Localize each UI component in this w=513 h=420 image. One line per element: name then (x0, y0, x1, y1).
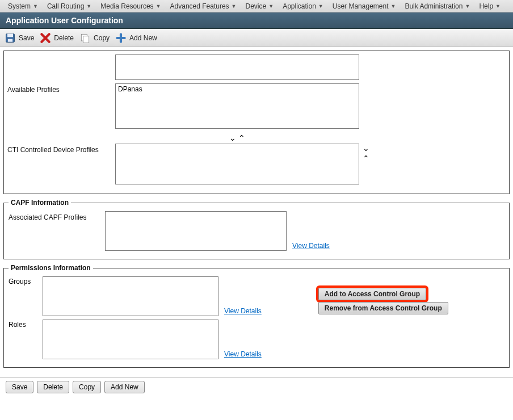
disk-icon (5, 32, 16, 44)
bottom-button-bar: Save Delete Copy Add New (0, 377, 513, 397)
roles-listbox[interactable] (43, 320, 218, 359)
menu-system-label: System (8, 2, 31, 10)
menu-advanced-features[interactable]: Advanced Features▼ (166, 1, 241, 11)
bottom-add-new-button[interactable]: Add New (104, 381, 145, 393)
bottom-save-button[interactable]: Save (6, 381, 33, 393)
remove-from-access-control-group-button[interactable]: Remove from Access Control Group (318, 302, 448, 314)
move-up-icon[interactable]: ⌃ (363, 154, 369, 163)
delete-button[interactable]: Delete (40, 32, 74, 44)
chevron-down-icon: ▼ (86, 3, 91, 9)
menu-call-routing[interactable]: Call Routing▼ (43, 1, 96, 11)
x-icon (40, 32, 51, 44)
svg-rect-4 (83, 36, 89, 43)
copy-icon (79, 32, 91, 44)
menu-user-management[interactable]: User Management▼ (328, 1, 401, 11)
move-down-icon[interactable]: ⌄ (363, 144, 369, 153)
capf-profiles-listbox[interactable] (105, 211, 287, 251)
menu-media-resources[interactable]: Media Resources▼ (96, 1, 165, 11)
capf-information-fieldset: CAPF Information Associated CAPF Profile… (3, 199, 510, 259)
menu-system[interactable]: System▼ (3, 1, 43, 11)
menu-advanced-features-label: Advanced Features (170, 2, 229, 10)
page-title: Application User Configuration (0, 12, 513, 29)
roles-label: Roles (9, 320, 43, 329)
save-button[interactable]: Save (5, 32, 34, 44)
groups-label: Groups (9, 276, 43, 285)
add-to-access-control-group-button[interactable]: Add to Access Control Group (318, 288, 426, 300)
menu-help-label: Help (479, 2, 493, 10)
svg-rect-1 (7, 33, 13, 37)
cti-profiles-label: CTI Controlled Device Profiles (7, 144, 115, 154)
chevron-down-icon: ▼ (390, 3, 396, 9)
list-item[interactable]: DPanas (118, 85, 356, 93)
add-new-button[interactable]: Add New (115, 32, 157, 44)
menu-call-routing-label: Call Routing (47, 2, 84, 10)
menu-bulk-administration[interactable]: Bulk Administration▼ (400, 1, 474, 11)
available-profiles-label: Available Profiles (7, 83, 115, 94)
svg-rect-2 (8, 39, 12, 41)
move-down-icon[interactable]: ⌄ (229, 133, 236, 142)
delete-button-label: Delete (54, 34, 74, 42)
permissions-information-fieldset: Permissions Information Groups View Deta… (3, 264, 510, 368)
capf-view-details-link[interactable]: View Details (292, 242, 330, 251)
cti-profiles-listbox[interactable] (115, 144, 359, 184)
menu-application-label: Application (283, 2, 316, 10)
capf-information-legend: CAPF Information (9, 199, 71, 207)
bottom-copy-button[interactable]: Copy (73, 381, 101, 393)
copy-button-label: Copy (94, 34, 110, 42)
menu-help[interactable]: Help▼ (474, 1, 505, 11)
chevron-down-icon: ▼ (318, 3, 323, 9)
chevron-down-icon: ▼ (33, 3, 38, 9)
chevron-down-icon: ▼ (465, 3, 470, 9)
available-profiles-listbox[interactable]: DPanas (115, 83, 359, 129)
bottom-delete-button[interactable]: Delete (37, 381, 69, 393)
menu-bar: System▼ Call Routing▼ Media Resources▼ A… (0, 0, 513, 12)
blank-label (7, 54, 115, 57)
add-new-button-label: Add New (129, 34, 157, 42)
chevron-down-icon: ▼ (495, 3, 501, 9)
chevron-down-icon: ▼ (268, 3, 274, 9)
roles-view-details-link[interactable]: View Details (224, 350, 262, 359)
chevron-down-icon: ▼ (232, 3, 237, 9)
toolbar: Save Delete Copy Add New (0, 29, 513, 47)
menu-bulk-administration-label: Bulk Administration (405, 2, 462, 10)
move-up-icon[interactable]: ⌃ (238, 133, 245, 142)
groups-listbox[interactable] (43, 276, 218, 316)
menu-device-label: Device (246, 2, 267, 10)
move-updown-controls: ⌄ ⌃ (115, 132, 359, 144)
plus-icon (115, 32, 127, 44)
save-button-label: Save (19, 34, 34, 42)
menu-user-management-label: User Management (333, 2, 389, 10)
menu-application[interactable]: Application▼ (278, 1, 328, 11)
menu-media-resources-label: Media Resources (100, 2, 153, 10)
permissions-information-legend: Permissions Information (9, 264, 93, 272)
groups-view-details-link[interactable]: View Details (224, 307, 262, 316)
top-listbox[interactable] (115, 54, 359, 80)
chevron-down-icon: ▼ (156, 3, 161, 9)
content-area: Available Profiles DPanas ⌄ ⌃ CTI Contro… (0, 47, 513, 373)
group-buttons: Add to Access Control Group Remove from … (318, 288, 448, 314)
cti-updown-controls: ⌄ ⌃ (363, 144, 369, 163)
profiles-section: Available Profiles DPanas ⌄ ⌃ CTI Contro… (3, 51, 510, 194)
copy-button[interactable]: Copy (79, 32, 110, 44)
associated-capf-label: Associated CAPF Profiles (9, 211, 105, 221)
menu-device[interactable]: Device▼ (241, 1, 279, 11)
